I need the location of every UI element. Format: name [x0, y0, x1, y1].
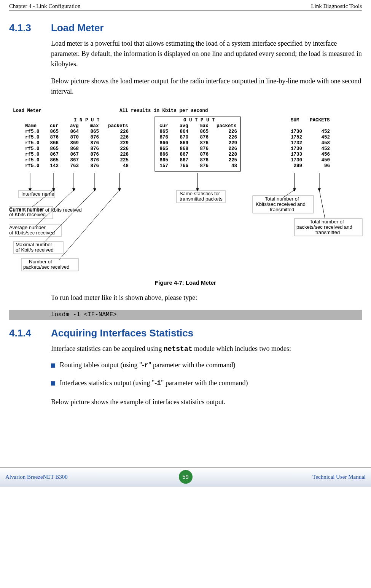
table-cell: 226: [228, 129, 237, 134]
lm-title: Load Meter: [13, 108, 41, 113]
bullet-interfaces: Interfaces statistics output (using "-i"…: [51, 379, 362, 387]
lm-col-avg2: avg: [180, 123, 188, 129]
table-cell: 157: [159, 163, 168, 169]
table-cell: 865: [50, 129, 59, 134]
footer-manual: Technical User Manual: [193, 474, 366, 480]
table-cell: 876: [90, 135, 99, 140]
table-cell: 876: [200, 163, 209, 169]
table-cell: 229: [228, 140, 237, 146]
table-cell: 870: [180, 135, 188, 140]
annot-total-kbits: Total number ofKbits/sec received andtra…: [256, 196, 306, 212]
table-cell: 865: [90, 129, 99, 134]
table-cell: 450: [321, 158, 330, 163]
table-cell: 299: [293, 163, 302, 169]
table-cell: rf5.0: [25, 152, 40, 157]
section-414-para2: Below picture shows the example of inter…: [51, 397, 362, 407]
svg-text:Current numberof Kbits receive: Current numberof Kbits received: [9, 206, 46, 217]
table-cell: 452: [321, 146, 330, 151]
code-loadm: loadm -l <IF-NAME>: [9, 310, 362, 320]
table-cell: rf5.0: [25, 135, 40, 140]
section-413-number: 4.1.3: [9, 22, 51, 34]
table-cell: 876: [90, 152, 99, 157]
table-cell: 876: [159, 135, 168, 140]
table-cell: 870: [70, 135, 79, 140]
figure-4-7: Load Meter All results in Kbits per seco…: [9, 104, 362, 276]
table-cell: 876: [90, 140, 99, 146]
table-cell: 876: [200, 135, 209, 140]
table-cell: 1730: [291, 158, 302, 163]
section-413-para2: Below picture shows the load meter outpu…: [51, 76, 362, 97]
table-cell: 868: [70, 146, 79, 151]
section-414-para1: Interface statistics can be acquired usi…: [51, 344, 362, 354]
table-cell: 876: [90, 158, 99, 163]
table-cell: 229: [120, 140, 129, 146]
table-cell: 867: [70, 158, 79, 163]
page-footer: Alvarion BreezeNET B300 59 Technical Use…: [0, 467, 371, 487]
table-cell: 766: [180, 163, 188, 169]
section-413-heading: 4.1.3 Load Meter: [9, 22, 362, 34]
lm-subtitle: All results in Kbits per second: [119, 108, 208, 113]
table-cell: 866: [159, 140, 168, 146]
table-cell: 876: [90, 163, 99, 169]
lm-col-avg: avg: [70, 123, 79, 129]
annot-avg: Average numberof Kbits/sec received: [9, 225, 55, 236]
lm-col-max2: max: [200, 123, 209, 129]
table-cell: 865: [50, 146, 59, 151]
table-cell: 876: [50, 135, 59, 140]
table-cell: 1732: [291, 140, 302, 146]
table-cell: 225: [120, 158, 129, 163]
table-cell: 48: [123, 163, 129, 169]
annot-iface: Interface name: [21, 191, 54, 197]
table-cell: 142: [50, 163, 59, 169]
table-cell: 1730: [291, 146, 302, 151]
table-cell: 876: [90, 146, 99, 151]
page-number: 59: [179, 470, 193, 484]
table-cell: 226: [228, 135, 237, 140]
table-cell: 869: [180, 140, 188, 146]
table-cell: rf5.0: [25, 140, 40, 146]
annot-total-packets: Total number ofpackets/sec received andt…: [296, 219, 352, 235]
table-cell: 868: [180, 146, 188, 151]
annot-same: Same statistics fortransmitted packets: [180, 191, 223, 202]
table-cell: 865: [159, 129, 168, 134]
table-cell: 226: [120, 146, 129, 151]
section-414-title: Acquiring Interfaces Statistics: [51, 327, 193, 339]
table-cell: 225: [228, 158, 237, 163]
table-cell: 867: [180, 152, 188, 157]
lm-input-label: I N P U T: [74, 118, 100, 123]
table-cell: 867: [70, 152, 79, 157]
section-414-number: 4.1.4: [9, 327, 51, 339]
table-cell: 226: [228, 146, 237, 151]
table-cell: 96: [324, 163, 330, 169]
header-section: Link Diagnostic Tools: [311, 3, 362, 10]
bullet-icon: [51, 381, 55, 386]
table-cell: 1733: [291, 152, 302, 157]
load-meter-diagram: Load Meter All results in Kbits per seco…: [9, 104, 363, 276]
table-cell: 864: [180, 129, 188, 134]
annot-max: Maximal numberof Kbit/s received: [16, 242, 54, 253]
bullet-icon: [51, 363, 55, 368]
table-cell: 226: [120, 129, 129, 134]
netstat-cmd: netstat: [164, 345, 193, 353]
table-cell: 228: [120, 152, 129, 157]
figure-4-7-caption: Figure 4-7: Load Meter: [9, 279, 362, 286]
lm-col-packets: packets: [108, 123, 128, 129]
table-cell: 452: [321, 135, 330, 140]
section-413-para1: Load meter is a powerful tool that allow…: [51, 38, 362, 69]
table-cell: 458: [321, 140, 330, 146]
table-cell: 865: [159, 146, 168, 151]
table-cell: 866: [159, 152, 168, 157]
footer-product: Alvarion BreezeNET B300: [5, 474, 179, 480]
lm-col-max: max: [90, 123, 99, 129]
svg-line-20: [319, 190, 325, 218]
bullet-routing: Routing tables output (using "-r" parame…: [51, 361, 362, 369]
table-cell: rf5.0: [25, 146, 40, 151]
table-cell: 866: [50, 140, 59, 146]
section-413-after-figure: To run load meter like it is shown above…: [51, 293, 362, 303]
section-413-title: Load Meter: [51, 22, 104, 34]
svg-line-12: [59, 190, 119, 260]
table-cell: 876: [200, 146, 209, 151]
lm-sum-label: SUM: [291, 118, 299, 123]
table-cell: 228: [228, 152, 237, 157]
table-cell: rf5.0: [25, 163, 40, 169]
